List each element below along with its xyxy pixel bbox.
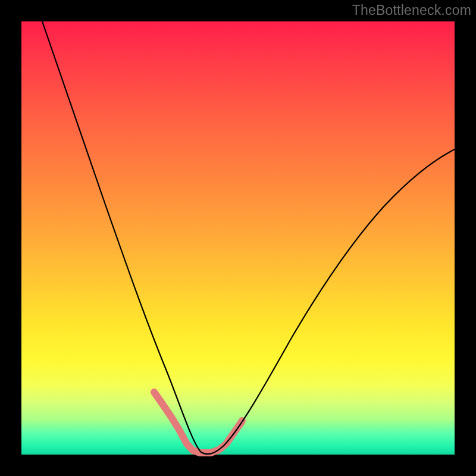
chart-frame: TheBottleneck.com (0, 0, 476, 476)
bottleneck-curve-svg (21, 21, 455, 455)
plot-area (21, 21, 455, 455)
watermark-text: TheBottleneck.com (352, 2, 471, 18)
valley-highlight (154, 392, 242, 453)
bottleneck-curve (42, 21, 455, 454)
